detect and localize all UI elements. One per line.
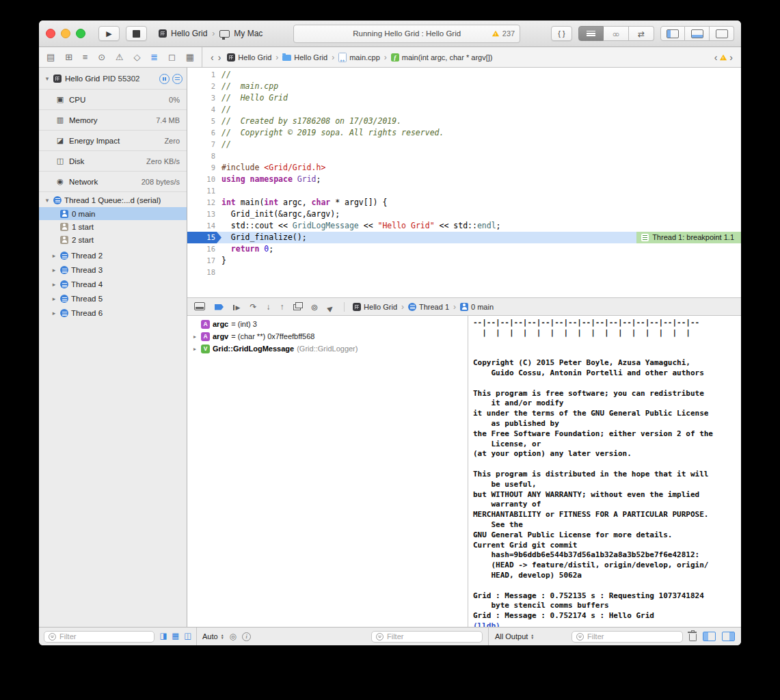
thread-row[interactable]: Thread 4 xyxy=(39,278,187,291)
view-by-queue-button[interactable] xyxy=(172,632,179,641)
jumpbar-item[interactable]: Hello Grid xyxy=(282,53,327,62)
test-navigator-icon[interactable]: ◇ xyxy=(134,52,141,62)
breakpoint-annotation[interactable]: Thread 1: breakpoint 1.1 xyxy=(636,232,741,243)
line-number[interactable]: 10 xyxy=(187,174,221,185)
console-filter-field[interactable] xyxy=(571,631,683,643)
debug-view-hierarchy-button[interactable] xyxy=(293,301,301,313)
go-back-button[interactable] xyxy=(209,52,216,63)
debug-breadcrumb-item[interactable]: 0 main xyxy=(460,303,494,311)
issues-badge[interactable]: 237 xyxy=(492,25,515,42)
standard-editor-button[interactable] xyxy=(578,26,604,41)
line-number[interactable]: 4 xyxy=(187,104,221,116)
line-number[interactable]: 17 xyxy=(187,255,221,267)
step-over-button[interactable]: ↷ xyxy=(250,303,256,311)
pause-process-button[interactable] xyxy=(159,74,170,84)
toggle-variables-view-button[interactable] xyxy=(703,632,716,641)
gauge-row-disk[interactable]: ◫DiskZero KB/s xyxy=(39,151,187,172)
disclosure-triangle-icon[interactable] xyxy=(44,75,51,82)
line-number[interactable]: 8 xyxy=(187,150,221,162)
disclosure-triangle-icon[interactable] xyxy=(44,197,51,204)
toggle-console-button[interactable] xyxy=(722,632,735,641)
hide-debug-area-button[interactable] xyxy=(194,301,205,313)
stop-button[interactable] xyxy=(126,26,147,41)
toggle-debug-area-button[interactable] xyxy=(685,26,710,41)
variable-row[interactable]: Aargv= (char **) 0x7ffeefbff568 xyxy=(187,330,468,342)
console-filter-input[interactable] xyxy=(587,632,678,641)
disclosure-triangle-icon[interactable] xyxy=(51,310,57,317)
line-number[interactable]: 18 xyxy=(187,267,221,278)
zoom-window-button[interactable] xyxy=(76,29,85,38)
line-number[interactable]: 14 xyxy=(187,220,221,232)
source-control-navigator-icon[interactable]: ⊞ xyxy=(65,52,72,62)
simulate-location-button[interactable] xyxy=(327,301,333,313)
thread-row[interactable]: Thread 2 xyxy=(39,249,187,262)
step-out-button[interactable]: ↑ xyxy=(280,303,284,311)
quick-look-button[interactable] xyxy=(230,632,237,641)
jumpbar-item[interactable]: main.cpp xyxy=(338,53,380,62)
line-number[interactable]: 3 xyxy=(187,92,221,104)
gauge-row-cpu[interactable]: ▣CPU0% xyxy=(39,89,187,110)
disclosure-triangle-icon[interactable] xyxy=(191,334,198,340)
breakpoint-navigator-icon[interactable]: ◻ xyxy=(168,52,176,62)
disclosure-triangle-icon[interactable] xyxy=(51,295,57,302)
stack-frame-row[interactable]: 2 start xyxy=(39,233,187,246)
minimize-window-button[interactable] xyxy=(61,29,70,38)
toggle-navigator-button[interactable] xyxy=(660,26,685,41)
jumpbar-item[interactable]: Hello Grid xyxy=(227,53,271,62)
variables-filter-input[interactable] xyxy=(387,632,478,641)
go-forward-button[interactable] xyxy=(216,52,224,63)
navigator-filter-field[interactable] xyxy=(44,631,154,643)
variables-filter-field[interactable] xyxy=(371,631,483,643)
gauge-row-energy-impact[interactable]: ◪Energy ImpactZero xyxy=(39,131,187,151)
continue-button[interactable] xyxy=(233,301,240,313)
line-number[interactable]: 1 xyxy=(187,69,221,81)
process-view-options-button[interactable] xyxy=(172,74,183,84)
variables-scope-popup[interactable]: Auto xyxy=(202,632,224,641)
line-number[interactable]: 16 xyxy=(187,243,221,255)
breakpoints-toggle-button[interactable] xyxy=(215,301,224,313)
disclosure-triangle-icon[interactable] xyxy=(51,252,57,259)
variable-row[interactable]: Aargc= (int) 3 xyxy=(187,318,468,330)
line-number[interactable]: 11 xyxy=(187,185,221,197)
debug-memory-graph-button[interactable] xyxy=(310,301,318,313)
thread-row[interactable]: Thread 5 xyxy=(39,292,187,306)
line-number[interactable]: 7 xyxy=(187,139,221,150)
previous-issue-button[interactable] xyxy=(712,52,720,63)
run-button[interactable] xyxy=(98,26,120,41)
line-number[interactable]: 13 xyxy=(187,208,221,220)
show-recorded-data-button[interactable] xyxy=(159,632,167,641)
close-window-button[interactable] xyxy=(46,29,55,38)
stack-frame-row[interactable]: 1 start xyxy=(39,220,187,233)
thread-1-row[interactable]: Thread 1 Queue:...d (serial) xyxy=(39,192,187,207)
clear-console-button[interactable] xyxy=(689,634,697,641)
project-navigator-icon[interactable]: ▤ xyxy=(46,52,55,62)
gauge-row-memory[interactable]: ▥Memory7.4 MB xyxy=(39,110,187,131)
find-navigator-icon[interactable]: ⊙ xyxy=(98,52,105,62)
symbol-navigator-icon[interactable]: ≡ xyxy=(83,52,88,62)
variables-view[interactable]: Aargc= (int) 3Aargv= (char **) 0x7ffeefb… xyxy=(187,316,468,627)
info-button[interactable] xyxy=(242,632,251,641)
view-by-thread-button[interactable] xyxy=(184,632,191,641)
next-issue-button[interactable] xyxy=(727,52,735,63)
debug-navigator-icon[interactable]: ≣ xyxy=(150,52,158,62)
disclosure-triangle-icon[interactable] xyxy=(51,267,57,273)
source-editor[interactable]: 1//2// main.cpp3// Hello Grid4//5// Crea… xyxy=(187,68,741,297)
toggle-inspector-button[interactable] xyxy=(710,26,734,41)
thread-row[interactable]: Thread 6 xyxy=(39,306,187,320)
debug-breadcrumb-item[interactable]: Thread 1 xyxy=(408,303,449,311)
activity-viewer[interactable]: Running Hello Grid : Hello Grid 237 xyxy=(293,25,520,43)
debug-breadcrumb-item[interactable]: Hello Grid xyxy=(353,303,397,311)
code-review-button[interactable]: { } xyxy=(551,26,572,41)
stack-frame-row[interactable]: 0 main xyxy=(39,207,187,220)
navigator-filter-input[interactable] xyxy=(59,632,150,641)
report-navigator-icon[interactable]: ▦ xyxy=(186,52,194,62)
gauge-row-network[interactable]: ◉Network208 bytes/s xyxy=(39,172,187,192)
process-row[interactable]: Hello Grid PID 55302 xyxy=(39,68,187,87)
variable-row[interactable]: VGrid::GridLogMessage(Grid::GridLogger) xyxy=(187,342,468,355)
disclosure-triangle-icon[interactable] xyxy=(191,346,198,352)
console-scope-popup[interactable]: All Output xyxy=(495,632,534,641)
step-into-button[interactable]: ↓ xyxy=(266,303,270,311)
thread-row[interactable]: Thread 3 xyxy=(39,263,187,277)
breakpoint-marker[interactable]: 15 xyxy=(187,232,221,243)
line-number[interactable]: 9 xyxy=(187,162,221,174)
